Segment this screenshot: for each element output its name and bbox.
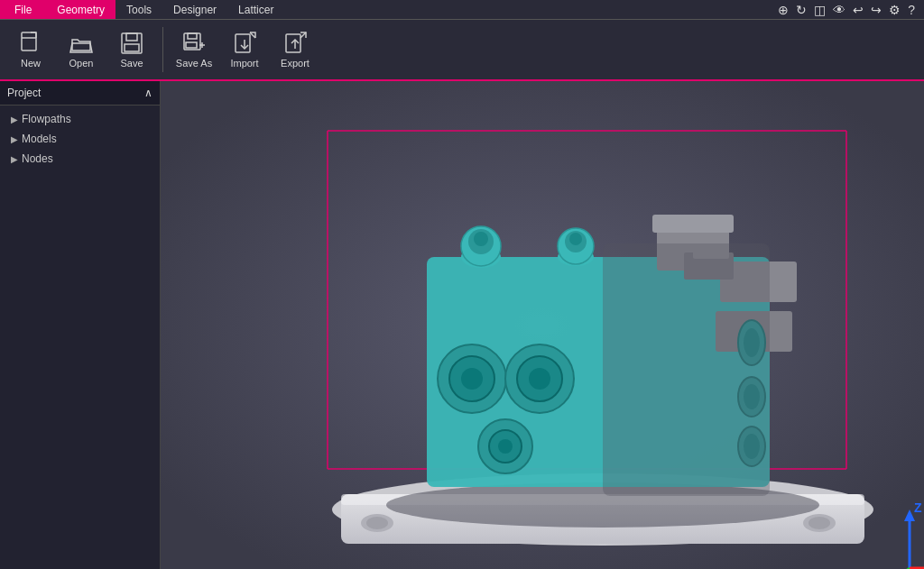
svg-rect-6 (188, 33, 197, 39)
new-label: New (21, 58, 41, 69)
move-icon[interactable]: ⊕ (776, 3, 790, 17)
view-icon[interactable]: 👁 (831, 3, 847, 17)
menu-geometry[interactable]: Geometry (46, 0, 116, 19)
import-label: Import (230, 58, 258, 69)
sidebar-tree: ▶ Flowpaths ▶ Models ▶ Nodes (0, 106, 160, 172)
save-as-icon (181, 31, 207, 56)
import-icon (232, 31, 257, 56)
main-area: Project ∧ ▶ Flowpaths ▶ Models ▶ Nodes (0, 81, 924, 569)
open-icon (69, 31, 94, 56)
export-button[interactable]: Export (272, 23, 319, 76)
menu-file[interactable]: File (0, 0, 46, 19)
rotate-icon[interactable]: ↻ (794, 3, 808, 17)
export-label: Export (281, 58, 310, 69)
flowpaths-arrow-icon: ▶ (11, 115, 18, 124)
3d-viewport[interactable]: Z X (161, 81, 924, 569)
open-button[interactable]: Open (58, 23, 105, 76)
import-button[interactable]: Import (221, 23, 268, 76)
sidebar-item-nodes-label: Nodes (22, 152, 53, 165)
sidebar-title: Project (7, 87, 41, 99)
save-button[interactable]: Save (108, 23, 155, 76)
svg-point-25 (366, 517, 388, 529)
sidebar-header: Project ∧ (0, 81, 160, 106)
sidebar: Project ∧ ▶ Flowpaths ▶ Models ▶ Nodes (0, 81, 161, 569)
svg-point-36 (461, 368, 483, 390)
open-label: Open (69, 58, 94, 69)
models-arrow-icon: ▶ (11, 134, 18, 144)
svg-rect-4 (125, 44, 139, 51)
new-icon (18, 31, 43, 56)
sidebar-item-nodes[interactable]: ▶ Nodes (0, 149, 160, 169)
export-icon (282, 31, 308, 56)
save-as-button[interactable]: Save As (171, 23, 217, 76)
svg-text:Z: Z (914, 500, 922, 515)
save-label: Save (120, 58, 143, 69)
menu-latticer[interactable]: Latticer (227, 0, 284, 19)
svg-rect-0 (22, 32, 36, 50)
svg-point-46 (474, 232, 488, 246)
new-button[interactable]: New (7, 23, 54, 76)
svg-line-15 (300, 32, 306, 38)
svg-point-27 (808, 517, 830, 529)
svg-point-50 (569, 233, 582, 245)
nodes-arrow-icon: ▶ (11, 154, 18, 164)
sidebar-item-models[interactable]: ▶ Models (0, 129, 160, 149)
menu-designer[interactable]: Designer (162, 0, 227, 19)
menubar: File Geometry Tools Designer Latticer ⊕ … (0, 0, 924, 20)
save-as-label: Save As (176, 58, 212, 69)
sidebar-item-flowpaths-label: Flowpaths (22, 113, 71, 125)
toolbar-sep-1 (162, 27, 163, 72)
svg-rect-3 (126, 33, 137, 41)
settings-icon[interactable]: ⚙ (887, 3, 902, 17)
save-icon (119, 31, 144, 56)
sidebar-item-flowpaths[interactable]: ▶ Flowpaths (0, 109, 160, 129)
scale-icon[interactable]: ◫ (812, 3, 827, 17)
svg-rect-31 (652, 215, 734, 233)
menubar-icons: ⊕ ↻ ◫ 👁 ↩ ↪ ⚙ ? (776, 3, 924, 17)
svg-point-39 (529, 368, 550, 390)
sidebar-item-models-label: Models (22, 133, 57, 145)
toolbar: New Open Save Save As (0, 20, 924, 81)
svg-line-12 (250, 32, 255, 38)
scene-svg: Z X (161, 81, 924, 569)
svg-point-42 (498, 439, 513, 454)
undo-icon[interactable]: ↩ (851, 3, 865, 17)
svg-rect-7 (186, 42, 197, 48)
svg-rect-59 (603, 243, 770, 496)
help-icon[interactable]: ? (906, 3, 917, 17)
redo-icon[interactable]: ↪ (869, 3, 883, 17)
menu-tools[interactable]: Tools (116, 0, 162, 19)
sidebar-collapse-icon[interactable]: ∧ (144, 87, 152, 99)
svg-rect-10 (236, 34, 250, 52)
